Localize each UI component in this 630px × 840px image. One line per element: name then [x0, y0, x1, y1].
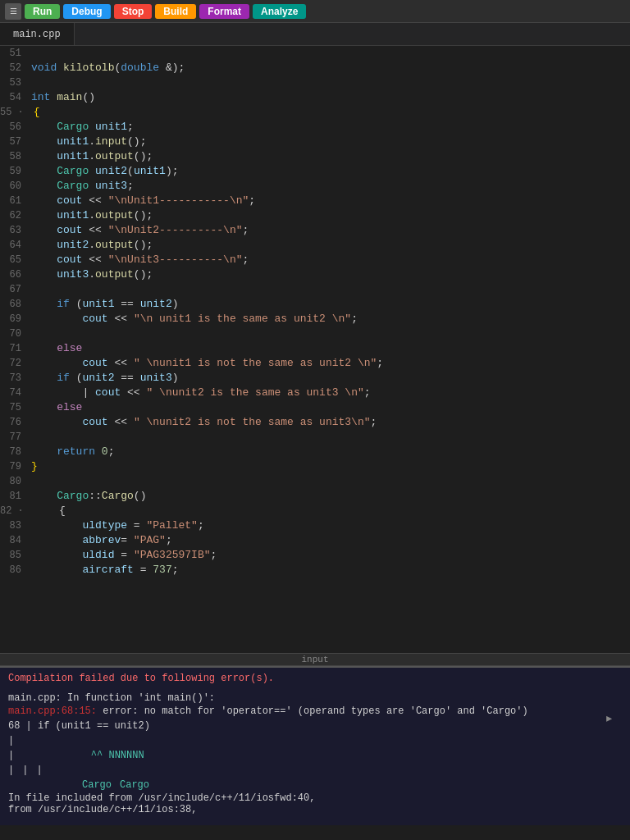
- table-row: 61 cout << "\nUnit1-----------\n";: [0, 194, 630, 208]
- tab-main-cpp[interactable]: main.cpp: [0, 23, 75, 45]
- format-button[interactable]: Format: [199, 4, 249, 19]
- tab-bar: main.cpp: [0, 23, 630, 46]
- stop-button[interactable]: Stop: [114, 4, 153, 19]
- compilation-status: Compilation failed due to following erro…: [8, 673, 622, 684]
- table-row: 56 Cargo unit1;: [0, 120, 630, 135]
- table-row: 86 aircraft = 737;: [0, 563, 630, 578]
- table-row: 75 else: [0, 400, 630, 415]
- table-row: 84 abbrev= "PAG";: [0, 533, 630, 548]
- table-row: 62 unit1.output();: [0, 208, 630, 223]
- include-line2: from /usr/include/c++/11/ios:38,: [8, 804, 622, 815]
- error-panel: Compilation failed due to following erro…: [0, 666, 630, 825]
- code-editor[interactable]: 51 52 void kilotolb(double &); 53 54 int…: [0, 46, 630, 653]
- build-button[interactable]: Build: [155, 4, 196, 19]
- panel-label: input: [301, 655, 328, 664]
- table-row: 85 uldid = "PAG32597IB";: [0, 548, 630, 563]
- error-message: error: no match for 'operator==' (operan…: [97, 705, 528, 717]
- error-loc-line: main.cpp:68:15: error: no match for 'ope…: [8, 705, 622, 717]
- table-row: 70: [0, 326, 630, 341]
- analyze-button[interactable]: Analyze: [253, 4, 306, 19]
- table-row: 77: [0, 430, 630, 445]
- error-code-line: 68 | if (unit1 == unit2): [8, 720, 622, 732]
- table-row: 76 cout << " \nunit2 is not the same as …: [0, 415, 630, 430]
- table-row: 71 else: [0, 341, 630, 356]
- error-section: main.cpp: In function 'int main()': main…: [8, 687, 622, 820]
- table-row: 64 unit2.output();: [0, 238, 630, 253]
- error-filename: main.cpp:68:15:: [8, 705, 97, 717]
- table-row: 53: [0, 75, 630, 90]
- table-row: 51: [0, 46, 630, 61]
- table-row: 60 Cargo unit3;: [0, 179, 630, 194]
- menu-icon[interactable]: ☰: [5, 3, 21, 20]
- table-row: 69 cout << "\n unit1 is the same as unit…: [0, 312, 630, 326]
- mouse-cursor: ▸: [605, 709, 614, 727]
- table-row: 59 Cargo unit2(unit1);: [0, 164, 630, 179]
- table-row: 55 · {: [0, 105, 630, 120]
- table-row: 52 void kilotolb(double &);: [0, 61, 630, 75]
- code-lines: 51 52 void kilotolb(double &); 53 54 int…: [0, 46, 630, 653]
- toolbar: ☰ Run Debug Stop Build Format Analyze: [0, 0, 630, 23]
- table-row: 54 int main(): [0, 90, 630, 105]
- table-row: 63 cout << "\nUnit2----------\n";: [0, 223, 630, 238]
- table-row: 68 if (unit1 == unit2): [0, 297, 630, 312]
- table-row: 80: [0, 474, 630, 489]
- table-row: 58 unit1.output();: [0, 149, 630, 164]
- table-row: 83 uldtype = "Pallet";: [0, 518, 630, 533]
- table-row: 73 if (unit2 == unit3): [0, 371, 630, 386]
- table-row: 82 · {: [0, 504, 630, 518]
- table-row: 67: [0, 282, 630, 297]
- table-row: 57 unit1.input();: [0, 135, 630, 149]
- error-pipe-lines: | | ^^ NNNNNN | | | Cargo Cargo: [8, 733, 622, 792]
- table-row: 72 cout << " \nunit1 is not the same as …: [0, 356, 630, 371]
- table-row: 66 unit3.output();: [0, 267, 630, 282]
- table-row: 78 return 0;: [0, 445, 630, 459]
- debug-button[interactable]: Debug: [63, 4, 110, 19]
- table-row: 74 | cout << " \nunit2 is the same as un…: [0, 386, 630, 400]
- scrollbar-divider[interactable]: input: [0, 653, 630, 666]
- table-row: 79 }: [0, 459, 630, 474]
- table-row: 81 Cargo::Cargo(): [0, 489, 630, 504]
- table-row: 65 cout << "\nUnit3----------\n";: [0, 253, 630, 267]
- run-button[interactable]: Run: [25, 4, 60, 19]
- error-fn-line: main.cpp: In function 'int main()':: [8, 692, 622, 704]
- include-line1: In file included from /usr/include/c++/1…: [8, 792, 622, 804]
